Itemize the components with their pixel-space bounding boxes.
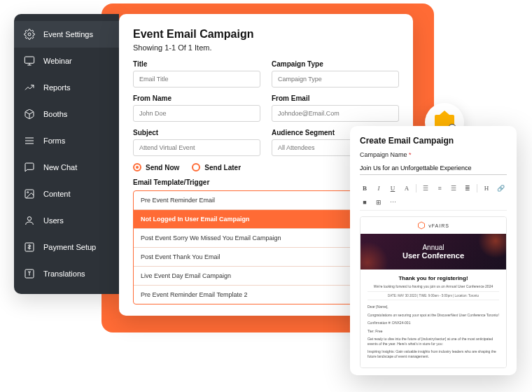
insert-button[interactable]: ⊞ <box>374 197 384 207</box>
result-count: Showing 1-1 Of 1 Item. <box>133 43 399 52</box>
radio-unchecked-icon <box>192 163 200 172</box>
italic-button[interactable]: I <box>374 183 384 193</box>
preview-heading: Thank you for registering! <box>368 275 499 281</box>
svg-point-10 <box>27 217 31 220</box>
preview-text: Inspiring Insights: Gain valuable insigh… <box>368 349 499 358</box>
preview-subheading: We're looking forward to having you join… <box>368 284 499 288</box>
brand-logo-icon <box>417 221 426 230</box>
radio-checked-icon <box>133 163 141 172</box>
sidebar-item-translations[interactable]: Translations <box>14 260 119 287</box>
type-icon <box>24 268 35 279</box>
send-now-label: Send Now <box>146 164 179 172</box>
sidebar-item-payment[interactable]: Payment Setup <box>14 234 119 260</box>
preview-text: Tier: Free <box>368 329 499 334</box>
send-later-radio[interactable]: Send Later <box>192 163 241 172</box>
sidebar-item-label: Translations <box>43 270 85 278</box>
type-input[interactable] <box>272 71 399 88</box>
email-preview: vFAIRS Annual User Conference Thank you … <box>360 216 507 368</box>
sidebar-item-forms[interactable]: Forms <box>14 127 119 154</box>
user-icon <box>24 215 35 226</box>
align-center-button[interactable]: ≡ <box>435 183 444 193</box>
subject-label: Subject <box>133 129 260 136</box>
bold-button[interactable]: B <box>360 183 370 193</box>
align-justify-button[interactable]: ≣ <box>463 183 472 193</box>
sidebar: Event Settings Webinar Reports Booths Fo… <box>14 14 119 294</box>
preview-text: Confirmation #: DNX24-001 <box>368 321 499 326</box>
sidebar-item-booths[interactable]: Booths <box>14 101 119 127</box>
svg-rect-1 <box>24 57 34 63</box>
sidebar-item-label: Payment Setup <box>43 243 96 251</box>
preview-hero: Annual User Conference <box>360 234 506 270</box>
sidebar-item-label: New Chat <box>43 163 77 172</box>
editor-toolbar: B I U A ☰ ≡ ☰ ≣ H 🔗 ■ ⊞ ⋯ <box>360 181 507 211</box>
cube-icon <box>24 108 35 120</box>
title-label: Title <box>133 60 260 68</box>
sidebar-item-content[interactable]: Content <box>14 181 119 207</box>
from-name-input[interactable] <box>133 105 260 122</box>
image-icon <box>24 188 35 200</box>
sidebar-item-webinar[interactable]: Webinar <box>14 48 119 74</box>
list-icon <box>24 135 35 146</box>
from-email-input[interactable] <box>272 105 399 122</box>
gear-icon <box>24 29 35 40</box>
heading-button[interactable]: H <box>482 183 491 193</box>
send-later-label: Send Later <box>204 164 241 172</box>
sidebar-item-label: Forms <box>43 136 65 145</box>
type-label: Campaign Type <box>272 60 399 68</box>
sidebar-item-chat[interactable]: New Chat <box>14 154 119 181</box>
sidebar-item-users[interactable]: Users <box>14 207 119 234</box>
preview-text: Congratulations on securing your spot at… <box>368 313 499 318</box>
send-now-radio[interactable]: Send Now <box>133 163 179 172</box>
sidebar-item-label: Event Settings <box>43 30 93 38</box>
svg-point-0 <box>28 33 31 36</box>
link-button[interactable]: 🔗 <box>496 183 505 193</box>
sidebar-item-label: Users <box>43 216 64 225</box>
from-email-label: From Email <box>272 94 399 102</box>
page-title: Event Email Campaign <box>133 28 399 41</box>
monitor-icon <box>24 55 35 66</box>
sidebar-item-label: Webinar <box>43 57 72 65</box>
folder-button[interactable]: ■ <box>360 197 370 207</box>
campaign-name-label: Campaign Name * <box>360 151 507 158</box>
preview-brand: vFAIRS <box>360 217 506 234</box>
sidebar-item-label: Content <box>43 190 71 198</box>
preview-text: Get ready to dive into the future of [in… <box>368 337 499 346</box>
sidebar-item-label: Booths <box>43 110 67 118</box>
font-button[interactable]: A <box>402 183 412 193</box>
underline-button[interactable]: U <box>388 183 398 193</box>
preview-body: Thank you for registering! We're looking… <box>360 270 506 368</box>
subject-input[interactable] <box>133 139 260 156</box>
dollar-icon <box>24 241 35 253</box>
align-left-button[interactable]: ☰ <box>421 183 430 193</box>
preview-text: Dear [Name], <box>368 304 499 309</box>
chat-icon <box>24 162 35 173</box>
sidebar-item-reports[interactable]: Reports <box>14 74 119 101</box>
more-button[interactable]: ⋯ <box>388 197 398 207</box>
campaign-name-input[interactable] <box>360 162 507 175</box>
chart-icon <box>24 82 35 93</box>
svg-point-9 <box>27 192 29 193</box>
editor-title: Create Email Campaign <box>360 136 507 146</box>
from-name-label: From Name <box>133 94 260 102</box>
title-input[interactable] <box>133 71 260 88</box>
preview-meta: DATE: MAY 30 2023 | TIME: 9:00am - 5:00p… <box>368 291 499 300</box>
align-right-button[interactable]: ☰ <box>449 183 458 193</box>
sidebar-item-event-settings[interactable]: Event Settings <box>14 21 119 48</box>
sidebar-item-label: Reports <box>43 83 71 92</box>
create-campaign-panel: Create Email Campaign Campaign Name * B … <box>350 126 517 375</box>
